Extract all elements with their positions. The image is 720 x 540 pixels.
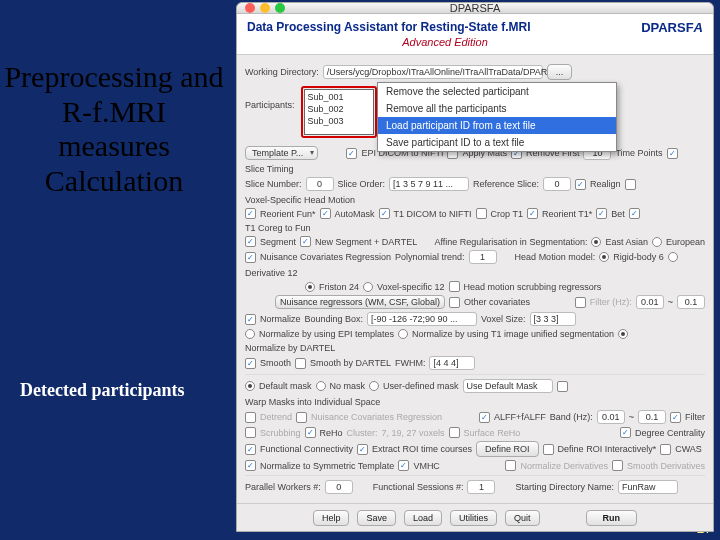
quit-button[interactable]: Quit — [505, 510, 540, 526]
lbl-alff: ALFF+fALFF — [494, 412, 546, 422]
cb-reho[interactable] — [305, 427, 316, 438]
cb-alff[interactable] — [479, 412, 490, 423]
hint-cluster: 7, 19, 27 voxels — [382, 428, 445, 438]
cb-smoothderiv[interactable] — [612, 460, 623, 471]
run-button[interactable]: Run — [586, 510, 638, 526]
utilities-button[interactable]: Utilities — [450, 510, 497, 526]
cb-normsym[interactable] — [245, 460, 256, 471]
cb-vmhc[interactable] — [398, 460, 409, 471]
menu-item-remove-selected[interactable]: Remove the selected participant — [378, 83, 616, 100]
lbl-scrubreg: Head motion scrubbing regressors — [464, 282, 602, 292]
cb-bet[interactable] — [596, 208, 607, 219]
cb-sreho[interactable] — [449, 427, 460, 438]
rb-voxspec12[interactable] — [363, 282, 373, 292]
cb-scrubreg[interactable] — [449, 281, 460, 292]
cb-segment[interactable] — [245, 236, 256, 247]
cb-automask[interactable] — [320, 208, 331, 219]
lbl-cwas: CWAS — [675, 444, 702, 454]
cb-realign[interactable] — [575, 179, 586, 190]
rb-norm-t1seg[interactable] — [398, 329, 408, 339]
slicenum-input[interactable]: 0 — [306, 177, 334, 191]
rb-european[interactable] — [652, 237, 662, 247]
cb-detrend[interactable] — [245, 412, 256, 423]
cb-defroi-int[interactable] — [543, 444, 554, 455]
cb-reorientt1[interactable] — [527, 208, 538, 219]
cb-extractroi[interactable] — [357, 444, 368, 455]
menu-item-load-ids[interactable]: Load participant ID from a text file — [378, 117, 616, 134]
filter-lo-pre[interactable]: 0.01 — [636, 295, 664, 309]
lbl-normdartel: Normalize by DARTEL — [245, 343, 335, 353]
cb-scrubbing[interactable] — [245, 427, 256, 438]
rb-nomask[interactable] — [316, 381, 326, 391]
menu-item-save-ids[interactable]: Save participant ID to a text file — [378, 134, 616, 151]
poly-input[interactable]: 1 — [469, 250, 497, 264]
lbl-voxsize: Voxel Size: — [481, 314, 526, 324]
cb-voxhead[interactable] — [625, 179, 636, 190]
context-menu[interactable]: Remove the selected participant Remove a… — [377, 82, 617, 152]
list-item[interactable]: Sub_003 — [308, 115, 370, 127]
rb-deriv12[interactable] — [668, 252, 678, 262]
cb-normderiv[interactable] — [505, 460, 516, 471]
lbl-poly: Polynomial trend: — [395, 252, 465, 262]
lbl-normderiv: Normalize Derivatives — [520, 461, 608, 471]
wd-label: Working Directory: — [245, 67, 319, 77]
rb-friston24[interactable] — [305, 282, 315, 292]
cb-othercov[interactable] — [449, 297, 460, 308]
cb-cwas[interactable] — [660, 444, 671, 455]
wd-input[interactable]: /Users/ycg/Dropbox/ITraAllOnline/ITraAll… — [323, 65, 543, 79]
cb-filter2[interactable] — [670, 412, 681, 423]
menu-item-remove-all[interactable]: Remove all the participants — [378, 100, 616, 117]
lbl-sreho: Surface ReHo — [464, 428, 521, 438]
load-button[interactable]: Load — [404, 510, 442, 526]
refslice-input[interactable]: 0 — [543, 177, 571, 191]
cb-warpmasks[interactable] — [557, 381, 568, 392]
bbox-input[interactable]: [-90 -126 -72;90 90 ... — [367, 312, 477, 326]
lbl-smooth: Smooth — [260, 358, 291, 368]
rb-rigid6[interactable] — [599, 252, 609, 262]
define-roi-button[interactable]: Define ROI — [476, 441, 539, 457]
usermask-input[interactable]: Use Default Mask — [463, 379, 553, 393]
voxsize-input[interactable]: [3 3 3] — [530, 312, 576, 326]
fwhm-input[interactable]: [4 4 4] — [429, 356, 475, 370]
cb-nuisance[interactable] — [245, 252, 256, 263]
rb-norm-epi[interactable] — [245, 329, 255, 339]
band-hi-input[interactable]: 0.1 — [638, 410, 666, 424]
nuisance-regressors-button[interactable]: Nuisance regressors (WM, CSF, Global) — [275, 295, 445, 309]
help-button[interactable]: Help — [313, 510, 350, 526]
filter-hi-pre[interactable]: 0.1 — [677, 295, 705, 309]
lbl-fc: Functional Connectivity — [260, 444, 353, 454]
rb-eastasian[interactable] — [591, 237, 601, 247]
rb-usermask[interactable] — [369, 381, 379, 391]
cb-slice-timing[interactable] — [667, 148, 678, 159]
cb-nuisance2[interactable] — [296, 412, 307, 423]
list-item[interactable]: Sub_001 — [308, 91, 370, 103]
app-window: DPARSFA DPARSFA Data Processing Assistan… — [236, 2, 714, 532]
cb-normalize[interactable] — [245, 314, 256, 325]
save-button[interactable]: Save — [357, 510, 396, 526]
parallel-workers-input[interactable]: 0 — [325, 480, 353, 494]
rb-defmask[interactable] — [245, 381, 255, 391]
cb-filter-pre[interactable] — [575, 297, 586, 308]
cb-newsegdartel[interactable] — [300, 236, 311, 247]
cb-smdartel[interactable] — [295, 358, 306, 369]
wd-browse-button[interactable]: ... — [547, 64, 573, 80]
cb-t1dicom[interactable] — [379, 208, 390, 219]
cb-dc[interactable] — [620, 427, 631, 438]
startdir-input[interactable]: FunRaw — [618, 480, 678, 494]
lbl-pw: Parallel Workers #: — [245, 482, 321, 492]
lbl-slicenum: Slice Number: — [245, 179, 302, 189]
cb-fc[interactable] — [245, 444, 256, 455]
cb-cropt1[interactable] — [476, 208, 487, 219]
functional-sessions-input[interactable]: 1 — [467, 480, 495, 494]
participants-listbox[interactable]: Sub_001 Sub_002 Sub_003 — [304, 89, 374, 135]
cb-smooth[interactable] — [245, 358, 256, 369]
lbl-reorient: Reorient Fun* — [260, 209, 316, 219]
sliceorder-input[interactable]: [1 3 5 7 9 11 ... — [389, 177, 469, 191]
cb-epi-dicom[interactable] — [346, 148, 357, 159]
template-dropdown[interactable]: Template P... — [245, 146, 318, 160]
cb-reorient[interactable] — [245, 208, 256, 219]
list-item[interactable]: Sub_002 — [308, 103, 370, 115]
band-lo-input[interactable]: 0.01 — [597, 410, 625, 424]
rb-norm-dartel[interactable] — [618, 329, 628, 339]
cb-t1coreg[interactable] — [629, 208, 640, 219]
